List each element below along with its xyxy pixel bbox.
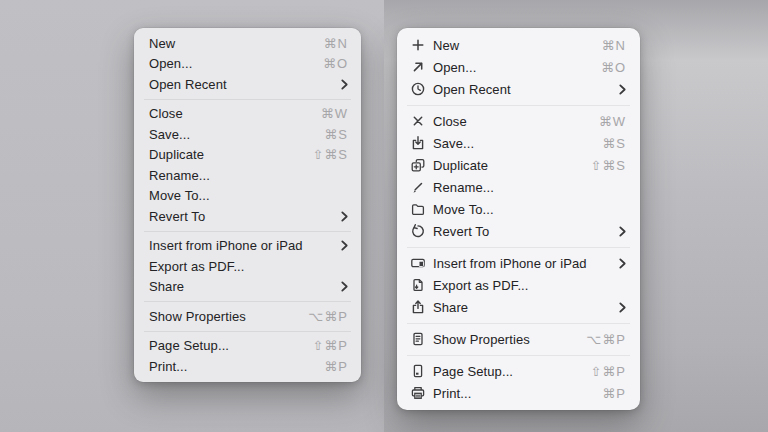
- menu-item-move-to[interactable]: Move To...: [397, 198, 640, 220]
- submenu-chevron-icon: [619, 302, 626, 313]
- menu-item-label: Duplicate: [433, 158, 590, 173]
- menu-separator: [407, 355, 630, 356]
- pencil-icon: [410, 179, 426, 195]
- menu-item-close[interactable]: Close⌘W: [397, 110, 640, 132]
- menu-item-duplicate[interactable]: Duplicate⇧⌘S: [397, 154, 640, 176]
- keyboard-shortcut: ⌘W: [599, 114, 626, 129]
- menu-item-duplicate[interactable]: Duplicate⇧⌘S: [134, 145, 361, 166]
- keyboard-shortcut: ⌘S: [602, 136, 626, 151]
- close-x-icon: [410, 113, 426, 129]
- menu-item-label: Show Properties: [149, 309, 308, 324]
- menu-item-label: Page Setup...: [149, 338, 312, 353]
- file-menu-without-icons: New⌘NOpen...⌘OOpen RecentClose⌘WSave...⌘…: [134, 28, 361, 382]
- menu-item-open-recent[interactable]: Open Recent: [397, 78, 640, 100]
- arrow-up-right-icon: [410, 59, 426, 75]
- menu-item-label: Close: [433, 114, 599, 129]
- keyboard-shortcut: ⌘O: [323, 56, 348, 71]
- menu-item-open[interactable]: Open...⌘O: [134, 54, 361, 75]
- menu-item-label: Save...: [433, 136, 602, 151]
- menu-item-rename[interactable]: Rename...: [397, 176, 640, 198]
- menu-item-revert-to[interactable]: Revert To: [134, 206, 361, 227]
- iphone-ipad-icon: [410, 255, 426, 271]
- menu-item-label: Move To...: [149, 188, 348, 203]
- duplicate-squares-icon: [410, 157, 426, 173]
- folder-icon: [410, 201, 426, 217]
- menu-item-label: Share: [433, 300, 611, 315]
- keyboard-shortcut: ⌘N: [602, 38, 626, 53]
- menu-item-label: Open...: [149, 56, 323, 71]
- clock-icon: [410, 81, 426, 97]
- keyboard-shortcut: ⌘W: [321, 106, 348, 121]
- menu-item-export-as-pdf[interactable]: Export as PDF...: [397, 274, 640, 296]
- revert-arrow-icon: [410, 223, 426, 239]
- submenu-chevron-icon: [341, 281, 348, 292]
- menu-item-open-recent[interactable]: Open Recent: [134, 74, 361, 95]
- submenu-chevron-icon: [619, 84, 626, 95]
- menu-item-label: New: [433, 38, 602, 53]
- keyboard-shortcut: ⌘N: [324, 36, 348, 51]
- menu-item-print[interactable]: Print...⌘P: [134, 356, 361, 377]
- submenu-chevron-icon: [341, 211, 348, 222]
- menu-item-show-properties[interactable]: Show Properties⌥⌘P: [134, 306, 361, 327]
- save-arrow-down-box-icon: [410, 135, 426, 151]
- submenu-chevron-icon: [619, 226, 626, 237]
- menu-item-print[interactable]: Print...⌘P: [397, 382, 640, 404]
- menu-item-save[interactable]: Save...⌘S: [134, 124, 361, 145]
- menu-item-insert-from-iphone-or-ipad[interactable]: Insert from iPhone or iPad: [397, 252, 640, 274]
- menu-item-label: Rename...: [149, 168, 348, 183]
- keyboard-shortcut: ⌘P: [324, 359, 348, 374]
- menu-item-label: Show Properties: [433, 332, 586, 347]
- menu-item-label: Print...: [433, 386, 602, 401]
- menu-item-open[interactable]: Open...⌘O: [397, 56, 640, 78]
- keyboard-shortcut: ⇧⌘S: [312, 147, 348, 162]
- keyboard-shortcut: ⌘S: [324, 127, 348, 142]
- menu-separator: [144, 301, 351, 302]
- menu-item-rename[interactable]: Rename...: [134, 165, 361, 186]
- keyboard-shortcut: ⇧⌘P: [590, 364, 626, 379]
- menu-item-revert-to[interactable]: Revert To: [397, 220, 640, 242]
- menu-separator: [407, 247, 630, 248]
- page-icon: [410, 363, 426, 379]
- keyboard-shortcut: ⇧⌘P: [312, 338, 348, 353]
- menu-item-label: Open Recent: [149, 77, 333, 92]
- menu-item-show-properties[interactable]: Show Properties⌥⌘P: [397, 328, 640, 350]
- document-export-icon: [410, 277, 426, 293]
- menu-item-export-as-pdf[interactable]: Export as PDF...: [134, 256, 361, 277]
- document-text-icon: [410, 331, 426, 347]
- menu-item-close[interactable]: Close⌘W: [134, 104, 361, 125]
- keyboard-shortcut: ⌘O: [601, 60, 626, 75]
- menu-item-label: Revert To: [149, 209, 333, 224]
- menu-item-label: Share: [149, 279, 333, 294]
- menu-item-page-setup[interactable]: Page Setup...⇧⌘P: [134, 336, 361, 357]
- keyboard-shortcut: ⇧⌘S: [590, 158, 626, 173]
- plus-icon: [410, 37, 426, 53]
- menu-separator: [144, 99, 351, 100]
- menu-item-label: Revert To: [433, 224, 611, 239]
- keyboard-shortcut: ⌥⌘P: [308, 309, 348, 324]
- menu-item-label: Insert from iPhone or iPad: [149, 238, 333, 253]
- submenu-chevron-icon: [341, 240, 348, 251]
- menu-item-new[interactable]: New⌘N: [134, 33, 361, 54]
- menu-item-label: New: [149, 36, 324, 51]
- menu-separator: [407, 323, 630, 324]
- menu-item-label: Move To...: [433, 202, 626, 217]
- menu-item-label: Export as PDF...: [149, 259, 348, 274]
- menu-item-page-setup[interactable]: Page Setup...⇧⌘P: [397, 360, 640, 382]
- menu-item-share[interactable]: Share: [397, 296, 640, 318]
- menu-item-label: Rename...: [433, 180, 626, 195]
- menu-item-new[interactable]: New⌘N: [397, 34, 640, 56]
- menu-item-label: Close: [149, 106, 321, 121]
- keyboard-shortcut: ⌘P: [602, 386, 626, 401]
- menu-separator: [407, 105, 630, 106]
- menu-item-move-to[interactable]: Move To...: [134, 186, 361, 207]
- menu-item-insert-from-iphone-or-ipad[interactable]: Insert from iPhone or iPad: [134, 236, 361, 257]
- file-menu-with-icons: New⌘NOpen...⌘OOpen RecentClose⌘WSave...⌘…: [397, 28, 640, 410]
- menu-item-label: Open Recent: [433, 82, 611, 97]
- menu-item-share[interactable]: Share: [134, 277, 361, 298]
- menu-item-label: Duplicate: [149, 147, 312, 162]
- menu-separator: [144, 231, 351, 232]
- menu-item-label: Print...: [149, 359, 324, 374]
- keyboard-shortcut: ⌥⌘P: [586, 332, 626, 347]
- menu-item-save[interactable]: Save...⌘S: [397, 132, 640, 154]
- submenu-chevron-icon: [619, 258, 626, 269]
